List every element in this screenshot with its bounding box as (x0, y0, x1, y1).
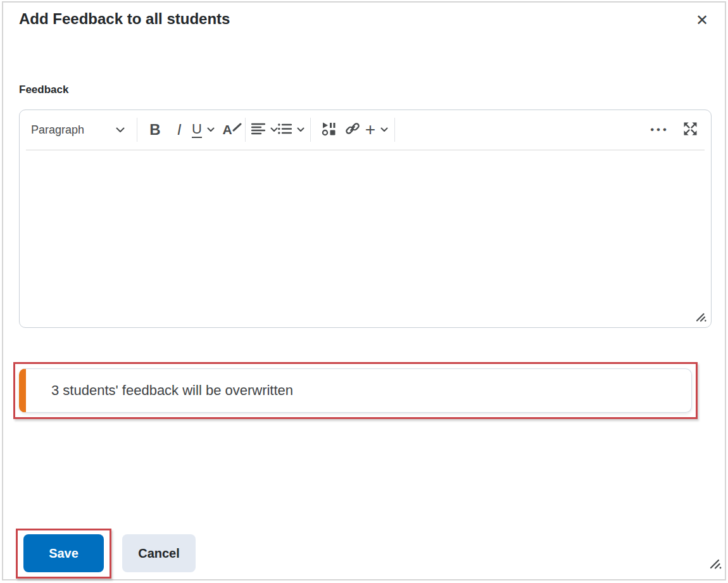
warning-banner: 3 students' feedback will be overwritten (19, 368, 692, 413)
alignment-dropdown-button[interactable] (251, 116, 278, 143)
plus-icon: + (365, 121, 375, 139)
fullscreen-button[interactable] (678, 116, 702, 143)
chevron-down-icon (380, 127, 388, 132)
toolbar-separator (394, 118, 395, 142)
insert-stuff-icon (322, 122, 336, 139)
bold-button[interactable]: B (143, 116, 167, 143)
more-actions-button[interactable]: ••• (650, 116, 678, 143)
feedback-label: Feedback (19, 84, 68, 96)
warning-message: 3 students' feedback will be overwritten (51, 382, 293, 399)
close-button[interactable]: ✕ (691, 9, 713, 32)
bullet-list-icon (278, 123, 292, 137)
underline-icon: U (192, 122, 202, 137)
list-dropdown-button[interactable] (278, 116, 304, 143)
paragraph-format-label: Paragraph (31, 123, 84, 137)
italic-button[interactable]: I (167, 116, 191, 143)
editor-toolbar: Paragraph B I U A (20, 110, 711, 149)
rich-text-editor: Paragraph B I U A (19, 110, 712, 328)
resize-grip-icon (709, 561, 722, 572)
italic-icon: I (173, 121, 185, 139)
editor-resize-handle[interactable] (695, 311, 707, 325)
toolbar-separator (137, 118, 137, 142)
chevron-down-icon (207, 127, 215, 132)
save-button[interactable]: Save (23, 534, 104, 572)
cancel-button[interactable]: Cancel (122, 534, 196, 572)
dialog-title: Add Feedback to all students (19, 10, 230, 28)
insert-stuff-button[interactable] (317, 116, 341, 143)
font-color-pen-icon (232, 123, 242, 132)
toolbar-divider (26, 149, 705, 151)
resize-grip-icon (695, 314, 707, 325)
close-icon: ✕ (696, 11, 708, 29)
link-icon (345, 121, 360, 139)
add-feedback-dialog: Add Feedback to all students ✕ Feedback … (2, 1, 726, 580)
bold-icon: B (149, 121, 160, 139)
toolbar-separator (245, 118, 246, 142)
ellipsis-icon: ••• (650, 123, 678, 136)
font-color-button[interactable]: A (215, 116, 239, 143)
insert-more-dropdown-button[interactable]: + (365, 116, 389, 143)
chevron-down-icon (270, 127, 278, 132)
chevron-down-icon (297, 127, 304, 132)
underline-dropdown-button[interactable]: U (191, 116, 215, 143)
align-left-icon (251, 123, 265, 137)
expand-icon (683, 122, 698, 139)
insert-link-button[interactable] (341, 116, 365, 143)
chevron-down-icon (116, 127, 125, 133)
font-color-icon: A (222, 122, 232, 137)
paragraph-format-dropdown[interactable]: Paragraph (28, 116, 129, 143)
dialog-resize-handle[interactable] (709, 557, 722, 573)
toolbar-separator (310, 118, 311, 142)
feedback-text-area[interactable] (20, 149, 711, 308)
